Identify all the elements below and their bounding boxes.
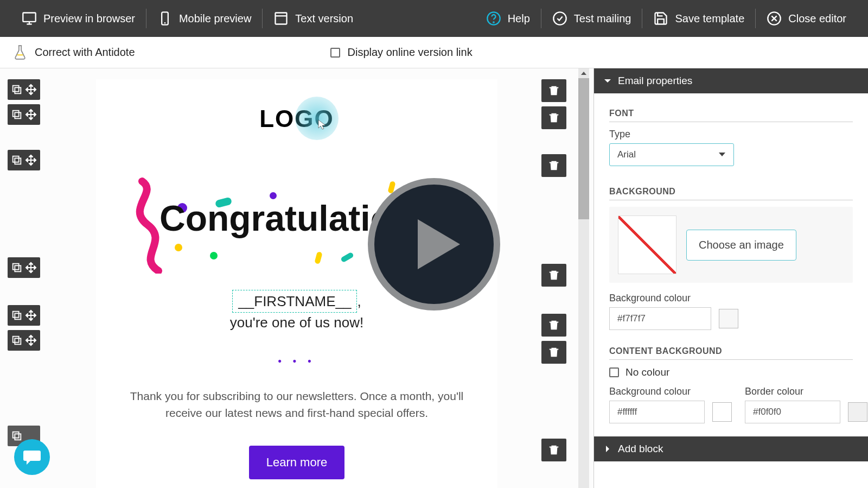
trash-icon <box>547 111 561 125</box>
help-label: Help <box>508 12 530 25</box>
svg-rect-17 <box>15 112 21 118</box>
block-delete-row-6[interactable] <box>541 341 566 364</box>
block-delete-row-4[interactable] <box>541 264 566 287</box>
greeting-line2: you're one of us now! <box>230 314 363 331</box>
chevron-right-icon <box>604 445 611 453</box>
svg-rect-25 <box>15 338 21 344</box>
display-online-version-checkbox[interactable]: Display online version link <box>330 46 473 59</box>
flask-icon <box>13 45 27 61</box>
trash-icon <box>547 443 561 457</box>
close-editor-button[interactable]: Close editor <box>756 11 857 26</box>
firstname-token[interactable]: __FIRSTNAME__ <box>232 290 357 313</box>
canvas-scrollbar[interactable] <box>578 68 589 488</box>
svg-rect-5 <box>276 13 287 24</box>
antidote-label: Correct with Antidote <box>35 46 135 59</box>
mobile-preview-button[interactable]: Mobile preview <box>146 11 262 26</box>
scrollbar-thumb[interactable] <box>578 78 589 219</box>
mobile-icon <box>157 11 173 26</box>
body-text: Thank you for subscribing to our newslet… <box>129 388 465 422</box>
content-bg-colour-swatch[interactable] <box>712 402 732 422</box>
border-colour-swatch[interactable] <box>848 402 867 422</box>
svg-point-11 <box>553 12 566 24</box>
display-online-version-label: Display online version link <box>348 46 473 59</box>
monitor-icon <box>22 11 37 26</box>
font-type-label: Type <box>609 129 853 140</box>
svg-rect-20 <box>13 156 19 162</box>
confetti-dot <box>210 252 218 259</box>
block-control-row-4[interactable] <box>8 257 40 278</box>
learn-more-button[interactable]: Learn more <box>249 446 345 479</box>
scrollbar-up-arrow-icon[interactable] <box>578 68 589 78</box>
save-template-label: Save template <box>675 12 744 25</box>
preview-in-browser-button[interactable]: Preview in browser <box>11 11 146 26</box>
trash-icon <box>547 318 561 332</box>
divider-dots: • • • <box>118 356 476 367</box>
checkbox-icon <box>609 367 619 377</box>
chat-icon <box>23 449 41 465</box>
save-template-button[interactable]: Save template <box>642 11 755 26</box>
text-version-icon <box>273 11 289 26</box>
svg-rect-23 <box>15 313 21 319</box>
background-image-row: Choose an image <box>609 207 853 283</box>
block-control-row-6[interactable] <box>8 330 40 351</box>
check-circle-icon <box>552 11 567 26</box>
svg-rect-16 <box>13 86 19 92</box>
copy-icon <box>10 308 24 322</box>
block-delete-row-5[interactable] <box>541 314 566 337</box>
chat-bubble-button[interactable] <box>14 439 50 475</box>
move-icon <box>24 333 38 347</box>
video-play-overlay[interactable] <box>368 178 500 310</box>
play-icon <box>418 219 460 269</box>
background-colour-swatch[interactable] <box>719 309 738 328</box>
help-icon <box>486 11 501 26</box>
close-editor-label: Close editor <box>788 12 846 25</box>
block-control-row-3[interactable] <box>8 150 40 170</box>
block-control-row-5[interactable] <box>8 305 40 326</box>
no-colour-checkbox-row[interactable]: No colour <box>609 366 853 378</box>
background-colour-input[interactable] <box>609 307 711 330</box>
cursor-highlight <box>295 97 339 140</box>
add-block-header[interactable]: Add block <box>594 436 868 461</box>
svg-rect-27 <box>15 434 21 440</box>
font-type-select[interactable]: Arial <box>609 143 734 166</box>
confetti-dot <box>340 252 354 263</box>
save-icon <box>653 11 668 26</box>
test-mailing-button[interactable]: Test mailing <box>541 11 642 26</box>
border-colour-input[interactable] <box>745 401 840 423</box>
block-delete-row-7[interactable] <box>541 439 566 461</box>
svg-point-10 <box>493 22 494 22</box>
block-delete-row-2[interactable] <box>541 106 566 129</box>
cursor-icon <box>318 119 327 130</box>
block-control-row-2[interactable] <box>8 104 40 125</box>
svg-rect-15 <box>15 87 21 93</box>
add-block-label: Add block <box>618 443 663 455</box>
svg-rect-24 <box>13 312 19 318</box>
move-icon <box>24 107 38 122</box>
checkbox-icon <box>330 48 340 58</box>
block-control-row-1[interactable] <box>8 79 40 100</box>
copy-icon <box>10 333 24 347</box>
preview-in-browser-label: Preview in browser <box>43 12 135 25</box>
close-circle-icon <box>767 11 782 26</box>
font-section-title: FONT <box>609 109 853 122</box>
email-properties-header[interactable]: Email properties <box>594 68 868 93</box>
copy-icon <box>10 153 24 167</box>
content-background-section-title: CONTENT BACKGROUND <box>609 346 853 360</box>
correct-with-antidote-button[interactable]: Correct with Antidote <box>13 45 135 61</box>
copy-icon <box>10 107 24 122</box>
choose-image-button[interactable]: Choose an image <box>686 230 796 261</box>
help-button[interactable]: Help <box>475 11 541 26</box>
move-icon <box>24 153 38 167</box>
email-canvas-area: LOGO Congratulations __FIRSTNAME__, you'… <box>0 68 593 488</box>
block-delete-row-1[interactable] <box>541 79 566 102</box>
text-version-button[interactable]: Text version <box>263 11 364 26</box>
copy-icon <box>10 261 24 275</box>
trash-icon <box>547 159 561 173</box>
chevron-down-icon <box>718 152 726 157</box>
text-version-label: Text version <box>295 12 353 25</box>
content-bg-colour-input[interactable] <box>609 401 705 423</box>
move-icon <box>24 261 38 275</box>
background-image-swatch[interactable] <box>618 216 676 274</box>
block-delete-row-3[interactable] <box>541 154 566 177</box>
trash-icon <box>547 345 561 359</box>
